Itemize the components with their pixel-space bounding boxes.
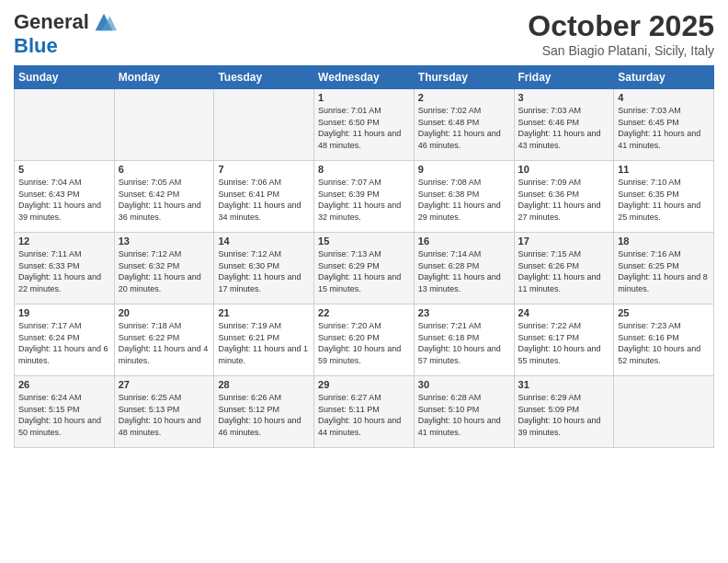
calendar-day-cell: 7Sunrise: 7:06 AM Sunset: 6:41 PM Daylig… [214,161,314,233]
day-info: Sunrise: 7:14 AM Sunset: 6:28 PM Dayligh… [418,248,510,294]
calendar-day-cell: 16Sunrise: 7:14 AM Sunset: 6:28 PM Dayli… [414,233,514,304]
day-info: Sunrise: 7:07 AM Sunset: 6:39 PM Dayligh… [318,177,410,223]
day-number: 12 [18,236,110,247]
day-number: 27 [119,379,210,390]
day-info: Sunrise: 7:08 AM Sunset: 6:38 PM Dayligh… [418,177,510,223]
day-info: Sunrise: 7:15 AM Sunset: 6:26 PM Dayligh… [518,248,610,294]
calendar-header-row: SundayMondayTuesdayWednesdayThursdayFrid… [15,66,714,89]
day-info: Sunrise: 7:17 AM Sunset: 6:24 PM Dayligh… [18,320,110,366]
day-info: Sunrise: 7:20 AM Sunset: 6:20 PM Dayligh… [318,320,410,366]
col-header-sunday: Sunday [15,66,115,89]
calendar-day-cell: 20Sunrise: 7:18 AM Sunset: 6:22 PM Dayli… [114,304,214,376]
day-number: 23 [418,307,510,318]
day-info: Sunrise: 7:04 AM Sunset: 6:43 PM Dayligh… [18,177,110,223]
day-number: 19 [18,307,110,318]
calendar-day-cell: 9Sunrise: 7:08 AM Sunset: 6:38 PM Daylig… [414,161,514,233]
col-header-wednesday: Wednesday [314,66,415,89]
day-number: 17 [518,236,610,247]
day-number: 28 [218,379,310,390]
calendar-day-cell: 13Sunrise: 7:12 AM Sunset: 6:32 PM Dayli… [114,233,214,304]
calendar-day-cell: 14Sunrise: 7:12 AM Sunset: 6:30 PM Dayli… [214,233,314,304]
calendar-day-cell [214,89,314,161]
calendar-table: SundayMondayTuesdayWednesdayThursdayFrid… [14,65,714,448]
day-number: 7 [218,164,310,175]
logo: General Blue [14,9,117,57]
day-number: 13 [119,236,210,247]
calendar-day-cell: 21Sunrise: 7:19 AM Sunset: 6:21 PM Dayli… [214,304,314,376]
calendar-day-cell: 29Sunrise: 6:27 AM Sunset: 5:11 PM Dayli… [314,376,415,448]
day-info: Sunrise: 7:18 AM Sunset: 6:22 PM Dayligh… [119,320,210,366]
day-number: 25 [618,307,710,318]
day-number: 16 [418,236,510,247]
day-number: 24 [518,307,610,318]
day-info: Sunrise: 6:26 AM Sunset: 5:12 PM Dayligh… [218,392,310,438]
calendar-day-cell: 30Sunrise: 6:28 AM Sunset: 5:10 PM Dayli… [414,376,514,448]
calendar-day-cell: 17Sunrise: 7:15 AM Sunset: 6:26 PM Dayli… [514,233,614,304]
day-number: 6 [119,164,210,175]
col-header-monday: Monday [114,66,214,89]
location: San Biagio Platani, Sicily, Italy [528,43,714,58]
calendar-day-cell [15,89,115,161]
day-info: Sunrise: 7:02 AM Sunset: 6:48 PM Dayligh… [418,105,510,151]
day-number: 26 [18,379,110,390]
calendar-week-5: 26Sunrise: 6:24 AM Sunset: 5:15 PM Dayli… [15,376,714,448]
calendar-day-cell: 25Sunrise: 7:23 AM Sunset: 6:16 PM Dayli… [614,304,714,376]
day-number: 10 [518,164,610,175]
col-header-thursday: Thursday [414,66,514,89]
day-info: Sunrise: 7:23 AM Sunset: 6:16 PM Dayligh… [618,320,710,366]
day-number: 18 [618,236,710,247]
day-info: Sunrise: 7:13 AM Sunset: 6:29 PM Dayligh… [318,248,410,294]
day-info: Sunrise: 7:11 AM Sunset: 6:33 PM Dayligh… [18,248,110,294]
day-number: 4 [618,92,710,103]
month-title: October 2025 [528,9,714,43]
day-info: Sunrise: 7:21 AM Sunset: 6:18 PM Dayligh… [418,320,510,366]
day-number: 31 [518,379,610,390]
day-number: 29 [318,379,410,390]
day-info: Sunrise: 7:12 AM Sunset: 6:30 PM Dayligh… [218,248,310,294]
day-number: 8 [318,164,410,175]
day-number: 15 [318,236,410,247]
calendar-week-1: 1Sunrise: 7:01 AM Sunset: 6:50 PM Daylig… [15,89,714,161]
day-number: 22 [318,307,410,318]
calendar-day-cell: 24Sunrise: 7:22 AM Sunset: 6:17 PM Dayli… [514,304,614,376]
calendar-day-cell: 1Sunrise: 7:01 AM Sunset: 6:50 PM Daylig… [314,89,415,161]
day-number: 20 [119,307,210,318]
day-number: 30 [418,379,510,390]
day-info: Sunrise: 7:19 AM Sunset: 6:21 PM Dayligh… [218,320,310,366]
day-info: Sunrise: 6:28 AM Sunset: 5:10 PM Dayligh… [418,392,510,438]
day-info: Sunrise: 7:03 AM Sunset: 6:45 PM Dayligh… [618,105,710,151]
day-info: Sunrise: 6:29 AM Sunset: 5:09 PM Dayligh… [518,392,610,438]
calendar-day-cell: 15Sunrise: 7:13 AM Sunset: 6:29 PM Dayli… [314,233,415,304]
day-number: 11 [618,164,710,175]
day-info: Sunrise: 7:03 AM Sunset: 6:46 PM Dayligh… [518,105,610,151]
day-info: Sunrise: 7:05 AM Sunset: 6:42 PM Dayligh… [119,177,210,223]
calendar-week-3: 12Sunrise: 7:11 AM Sunset: 6:33 PM Dayli… [15,233,714,304]
day-number: 5 [18,164,110,175]
logo-blue: Blue [14,35,117,57]
col-header-saturday: Saturday [614,66,714,89]
col-header-friday: Friday [514,66,614,89]
day-info: Sunrise: 7:01 AM Sunset: 6:50 PM Dayligh… [318,105,410,151]
calendar-day-cell: 22Sunrise: 7:20 AM Sunset: 6:20 PM Dayli… [314,304,415,376]
calendar-day-cell [114,89,214,161]
calendar-day-cell: 28Sunrise: 6:26 AM Sunset: 5:12 PM Dayli… [214,376,314,448]
calendar-day-cell: 31Sunrise: 6:29 AM Sunset: 5:09 PM Dayli… [514,376,614,448]
calendar-day-cell: 11Sunrise: 7:10 AM Sunset: 6:35 PM Dayli… [614,161,714,233]
day-info: Sunrise: 7:10 AM Sunset: 6:35 PM Dayligh… [618,177,710,223]
calendar-day-cell: 4Sunrise: 7:03 AM Sunset: 6:45 PM Daylig… [614,89,714,161]
day-info: Sunrise: 7:12 AM Sunset: 6:32 PM Dayligh… [119,248,210,294]
col-header-tuesday: Tuesday [214,66,314,89]
day-info: Sunrise: 7:09 AM Sunset: 6:36 PM Dayligh… [518,177,610,223]
day-number: 1 [318,92,410,103]
calendar-day-cell: 8Sunrise: 7:07 AM Sunset: 6:39 PM Daylig… [314,161,415,233]
day-info: Sunrise: 6:24 AM Sunset: 5:15 PM Dayligh… [18,392,110,438]
day-number: 21 [218,307,310,318]
calendar-day-cell: 26Sunrise: 6:24 AM Sunset: 5:15 PM Dayli… [15,376,115,448]
calendar-day-cell: 2Sunrise: 7:02 AM Sunset: 6:48 PM Daylig… [414,89,514,161]
logo-icon [91,9,117,35]
day-info: Sunrise: 6:27 AM Sunset: 5:11 PM Dayligh… [318,392,410,438]
day-info: Sunrise: 7:16 AM Sunset: 6:25 PM Dayligh… [618,248,710,294]
day-number: 3 [518,92,610,103]
calendar-day-cell: 10Sunrise: 7:09 AM Sunset: 6:36 PM Dayli… [514,161,614,233]
calendar-day-cell: 27Sunrise: 6:25 AM Sunset: 5:13 PM Dayli… [114,376,214,448]
